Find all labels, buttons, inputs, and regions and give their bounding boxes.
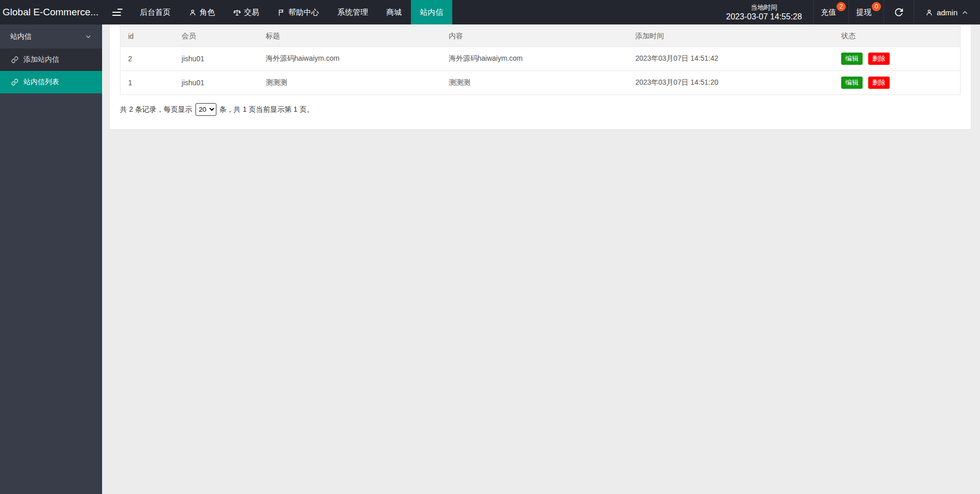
col-header-status: 状态 (834, 26, 961, 47)
cell-title: 测测测 (258, 71, 441, 95)
refresh-icon (894, 8, 903, 17)
nav-item-mall[interactable]: 商城 (377, 0, 411, 24)
cell-added-time: 2023年03月07日 14:51:20 (628, 71, 834, 95)
top-navigation: 后台首页 角色 交易 帮助中心 系统管理 商城 站内信 (131, 0, 452, 24)
col-header-title: 标题 (258, 26, 441, 47)
cell-content: 海外源码haiwaiym.com (441, 47, 627, 71)
withdraw-badge: 0 (872, 2, 881, 11)
cell-id: 2 (120, 47, 174, 71)
menu-toggle-button[interactable] (102, 0, 131, 24)
delete-button[interactable]: 删除 (868, 53, 890, 65)
col-header-content: 内容 (441, 26, 627, 47)
nav-item-messages[interactable]: 站内信 (411, 0, 452, 24)
chevron-up-icon (961, 9, 969, 16)
topbar-right: 当地时间 2023-03-07 14:55:28 充值 2 提现 0 admin (715, 0, 980, 24)
sidebar-item-message-list[interactable]: 站内信列表 (0, 71, 102, 93)
nav-item-dashboard[interactable]: 后台首页 (131, 0, 180, 24)
local-time-label: 当地时间 (751, 3, 777, 12)
table-header-row: id 会员 标题 内容 添加时间 状态 (120, 26, 961, 47)
cell-member: jishu01 (174, 47, 258, 71)
delete-button[interactable]: 删除 (868, 77, 890, 89)
pagination-prefix: 共 2 条记录，每页显示 (120, 105, 192, 114)
cell-added-time: 2023年03月07日 14:51:42 (628, 47, 834, 71)
flag-icon (278, 9, 285, 16)
cell-id: 1 (120, 71, 174, 95)
user-name: admin (937, 8, 958, 17)
recharge-badge: 2 (837, 2, 846, 11)
scales-icon (233, 9, 241, 16)
recharge-button[interactable]: 充值 2 (813, 0, 848, 24)
pagination-suffix: 条，共 1 页当前显示第 1 页。 (219, 105, 314, 114)
link-icon (11, 56, 18, 63)
cell-actions: 编辑 删除 (834, 71, 961, 95)
topbar: Global E-Commerce... 后台首页 角色 交易 帮助中心 系统管… (0, 0, 980, 24)
table-row: 1 jishu01 测测测 测测测 2023年03月07日 14:51:20 编… (120, 71, 961, 95)
cell-content: 测测测 (441, 71, 627, 95)
sidebar: 站内信 添加站内信 站内信列表 (0, 24, 102, 494)
withdraw-button[interactable]: 提现 0 (848, 0, 884, 24)
sidebar-group-messages[interactable]: 站内信 (0, 24, 102, 48)
local-time: 当地时间 2023-03-07 14:55:28 (715, 0, 814, 24)
link-icon (11, 79, 18, 86)
nav-item-system-management[interactable]: 系统管理 (328, 0, 377, 24)
messages-table: id 会员 标题 内容 添加时间 状态 2 jishu01 海外源码haiwai… (120, 26, 961, 95)
edit-button[interactable]: 编辑 (841, 77, 863, 89)
edit-button[interactable]: 编辑 (841, 53, 863, 65)
col-header-added-time: 添加时间 (628, 26, 834, 47)
app-logo: Global E-Commerce... (0, 0, 102, 24)
col-header-id: id (120, 26, 174, 47)
refresh-button[interactable] (884, 0, 914, 24)
user-icon (925, 9, 933, 16)
sidebar-item-add-message[interactable]: 添加站内信 (0, 48, 102, 71)
chevron-down-icon (85, 33, 92, 40)
table-row: 2 jishu01 海外源码haiwaiym.com 海外源码haiwaiym.… (120, 47, 961, 71)
cell-member: jishu01 (174, 71, 258, 95)
nav-item-roles[interactable]: 角色 (180, 0, 224, 24)
local-time-value: 2023-03-07 14:55:28 (726, 12, 802, 22)
nav-item-transactions[interactable]: 交易 (224, 0, 268, 24)
nav-item-help-center[interactable]: 帮助中心 (268, 0, 328, 24)
user-menu[interactable]: admin (914, 0, 980, 24)
cell-title: 海外源码haiwaiym.com (258, 47, 441, 71)
pagination: 共 2 条记录，每页显示 20 条，共 1 页当前显示第 1 页。 (120, 103, 961, 116)
cell-actions: 编辑 删除 (834, 47, 961, 71)
page-size-select[interactable]: 20 (195, 103, 216, 116)
person-icon (189, 9, 197, 16)
message-list-card: id 会员 标题 内容 添加时间 状态 2 jishu01 海外源码haiwai… (110, 8, 971, 129)
col-header-member: 会员 (174, 26, 258, 47)
